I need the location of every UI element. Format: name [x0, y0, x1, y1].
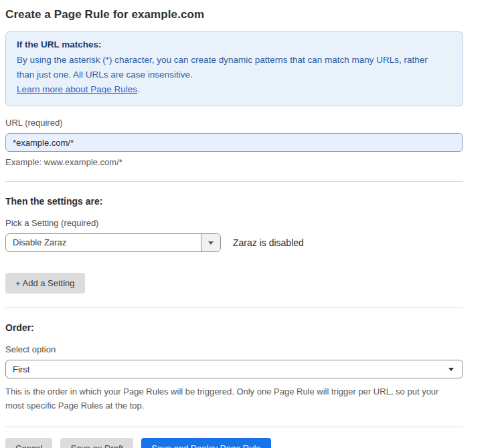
setting-select-arrow-button[interactable]: [201, 234, 220, 251]
learn-more-link[interactable]: Learn more about Page Rules: [17, 84, 137, 94]
chevron-down-icon: [208, 241, 214, 245]
order-select-value: First: [13, 364, 29, 374]
chevron-down-icon: [448, 368, 454, 371]
save-as-draft-button[interactable]: Save as Draft: [60, 438, 133, 448]
settings-section-heading: Then the settings are:: [5, 196, 463, 207]
order-select-label: Select option: [5, 344, 463, 354]
order-help-text: This is the order in which your Page Rul…: [5, 384, 452, 413]
url-match-info-box: If the URL matches: By using the asteris…: [5, 31, 463, 106]
order-select[interactable]: First: [5, 360, 463, 378]
info-box-body: By using the asterisk (*) character, you…: [17, 53, 445, 82]
setting-row: Disable Zaraz Zaraz is disabled: [5, 233, 463, 252]
setting-select[interactable]: Disable Zaraz: [5, 233, 221, 252]
cancel-button[interactable]: Cancel: [5, 438, 52, 448]
url-input[interactable]: [5, 133, 463, 152]
divider: [5, 181, 463, 182]
setting-status-text: Zaraz is disabled: [233, 237, 304, 248]
divider: [5, 308, 463, 308]
pick-setting-label: Pick a Setting (required): [5, 218, 463, 228]
setting-select-value: Disable Zaraz: [6, 234, 201, 251]
info-box-heading: If the URL matches:: [17, 39, 452, 49]
form-actions: Cancel Save as Draft Save and Deploy Pag…: [5, 438, 463, 448]
info-box-link-line: Learn more about Page Rules.: [17, 82, 452, 97]
divider: [5, 427, 463, 427]
add-setting-button[interactable]: + Add a Setting: [5, 273, 85, 294]
page-title: Create a Page Rule for example.com: [5, 8, 463, 21]
url-field-label: URL (required): [5, 118, 463, 128]
save-and-deploy-button[interactable]: Save and Deploy Page Rule: [141, 438, 270, 448]
order-section-heading: Order:: [5, 322, 463, 333]
url-example-text: Example: www.example.com/*: [5, 157, 463, 167]
page-rule-form: Create a Page Rule for example.com If th…: [0, 0, 502, 448]
link-suffix: .: [137, 84, 140, 94]
